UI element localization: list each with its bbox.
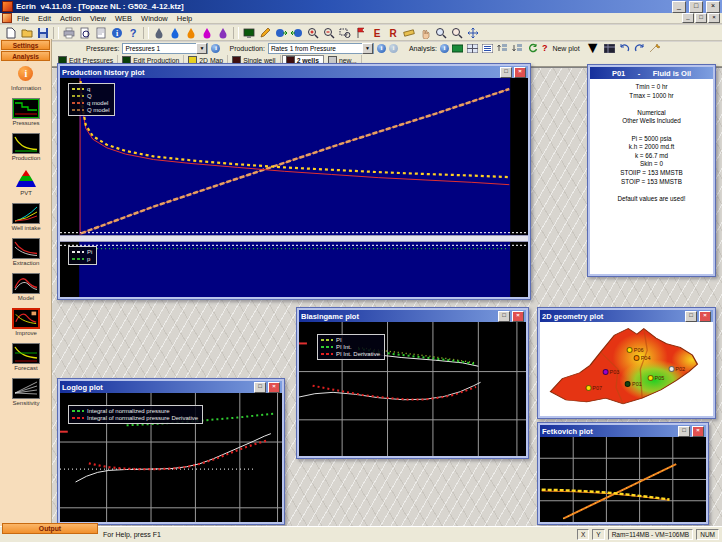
blasingame-maximize-button[interactable]: □ xyxy=(498,311,510,322)
menu-view[interactable]: View xyxy=(86,14,110,23)
sidebar-item-production[interactable]: Production xyxy=(12,133,41,161)
fetkovich-close-button[interactable]: × xyxy=(692,426,704,437)
close-button[interactable]: × xyxy=(706,1,720,13)
sidebar-item-sensitivity[interactable]: Sensitivity xyxy=(12,378,40,406)
zoom-window-icon[interactable] xyxy=(337,26,353,40)
analysis-green-icon[interactable] xyxy=(452,43,464,54)
production-pressure-pane[interactable]: Pip xyxy=(60,242,528,297)
geometry-plot-area[interactable]: P06P04P03P01P05P02P07 xyxy=(540,322,713,416)
menu-action[interactable]: Action xyxy=(56,14,85,23)
page-setup-icon[interactable] xyxy=(93,26,109,40)
print-preview-icon[interactable] xyxy=(77,26,93,40)
sidebar-tab-settings[interactable]: Settings xyxy=(1,40,50,50)
new-plot-button[interactable]: New plot xyxy=(550,45,581,52)
pane-separator[interactable] xyxy=(60,235,528,242)
geometry-maximize-button[interactable]: □ xyxy=(685,311,697,322)
print-icon[interactable] xyxy=(61,26,77,40)
pressures-info-icon[interactable]: i xyxy=(211,44,220,53)
fluid-droplet-blue-icon[interactable] xyxy=(167,26,183,40)
menu-edit[interactable]: Edit xyxy=(34,14,55,23)
tool-r-icon[interactable]: R xyxy=(385,26,401,40)
fluid-droplet-gray-icon[interactable] xyxy=(151,26,167,40)
production-info-disabled-icon: i xyxy=(389,44,398,53)
sidebar-item-model[interactable]: Model xyxy=(12,273,40,301)
sidebar-item-improve[interactable]: Improve xyxy=(12,308,40,336)
menu-window[interactable]: Window xyxy=(137,14,172,23)
improve-help-icon[interactable]: ? xyxy=(542,43,548,53)
fluid-droplet-orange-icon[interactable] xyxy=(183,26,199,40)
svg-text:R: R xyxy=(389,28,397,39)
maximize-button[interactable]: □ xyxy=(689,1,703,13)
loglog-close-button[interactable]: × xyxy=(268,382,280,393)
info-next-icon[interactable] xyxy=(273,26,289,40)
sidebar-item-well-intake[interactable]: Well intake xyxy=(11,203,40,231)
pressures-select-arrow[interactable]: ▼ xyxy=(196,43,207,54)
child-close-button[interactable]: × xyxy=(708,13,720,23)
production-info-icon[interactable]: i xyxy=(377,44,386,53)
edit-pen-icon[interactable] xyxy=(257,26,273,40)
fluid-droplet-purple-icon[interactable] xyxy=(215,26,231,40)
wizard-icon[interactable] xyxy=(648,43,660,54)
menu-web[interactable]: WEB xyxy=(111,14,136,23)
flag-icon[interactable] xyxy=(353,26,369,40)
legend-label: PI xyxy=(336,337,342,343)
fit-window-icon[interactable] xyxy=(465,26,481,40)
info-line: k = 66.7 md xyxy=(590,152,713,161)
help-icon[interactable]: ? xyxy=(125,26,141,40)
zoom-out-icon[interactable] xyxy=(321,26,337,40)
tool-e-icon[interactable]: E xyxy=(369,26,385,40)
zoom-in-icon[interactable] xyxy=(305,26,321,40)
magnifier-minus-icon[interactable] xyxy=(449,26,465,40)
production-select-arrow[interactable]: ▼ xyxy=(362,43,373,54)
fetkovich-maximize-button[interactable]: □ xyxy=(678,426,690,437)
refresh-icon[interactable] xyxy=(527,43,539,54)
fetkovich-plot-area[interactable] xyxy=(540,437,706,522)
display-settings-icon[interactable] xyxy=(241,26,257,40)
sidebar-tab-output[interactable]: Output xyxy=(2,523,98,534)
sidebar-item-extraction[interactable]: Extraction xyxy=(12,238,40,266)
geometry-close-button[interactable]: × xyxy=(699,311,711,322)
pressures-select[interactable]: Pressures 1 ▼ xyxy=(122,43,208,54)
sidebar-tab-analysis[interactable]: Analysis xyxy=(1,51,50,61)
sort-down-icon[interactable] xyxy=(512,43,524,54)
sidebar-item-pvt[interactable]: PVT xyxy=(12,168,40,196)
sidebar-item-pressures[interactable]: Pressures xyxy=(12,98,40,126)
child-minimize-button[interactable]: _ xyxy=(682,13,694,23)
ruler-icon[interactable] xyxy=(401,26,417,40)
production-rate-pane[interactable]: qQq modelQ model xyxy=(60,78,528,235)
well-label: P06 xyxy=(634,347,644,353)
properties-info-icon[interactable]: i xyxy=(109,26,125,40)
menu-help[interactable]: Help xyxy=(173,14,196,23)
child-restore-button[interactable]: □ xyxy=(695,13,707,23)
sort-up-icon[interactable] xyxy=(497,43,509,54)
analysis-info-icon[interactable]: i xyxy=(440,44,449,53)
loglog-plot-area[interactable]: Integral of normalized pressureIntegral … xyxy=(60,393,282,522)
fluid-droplet-magenta-icon[interactable] xyxy=(199,26,215,40)
blasingame-plot-area[interactable]: PIPI Int.PI Int. Derivative xyxy=(299,322,526,456)
info-prev-icon[interactable] xyxy=(289,26,305,40)
analysis-list-icon[interactable] xyxy=(482,43,494,54)
sidebar-item-forecast[interactable]: Forecast xyxy=(12,343,40,371)
menu-file[interactable]: File xyxy=(13,14,33,23)
plot-table-icon[interactable] xyxy=(603,43,615,54)
save-icon[interactable] xyxy=(35,26,51,40)
legend-marker xyxy=(72,251,84,253)
undo-icon[interactable] xyxy=(618,43,630,54)
loglog-maximize-button[interactable]: □ xyxy=(254,382,266,393)
redo-icon[interactable] xyxy=(633,43,645,54)
sidebar-item-information[interactable]: i Information xyxy=(11,63,41,91)
new-document-icon[interactable] xyxy=(3,26,19,40)
production-close-button[interactable]: × xyxy=(514,67,526,78)
magnifier-plus-icon[interactable] xyxy=(433,26,449,40)
analysis-grid-icon[interactable] xyxy=(467,43,479,54)
pan-hand-icon[interactable] xyxy=(417,26,433,40)
production-history-title-bar: Production history plot □ × xyxy=(60,66,528,78)
well-marker: P02 xyxy=(668,366,685,372)
production-select[interactable]: Rates 1 from Pressure ▼ xyxy=(268,43,374,54)
blasingame-close-button[interactable]: × xyxy=(512,311,524,322)
legend-label: Integral of normalized pressure xyxy=(87,408,170,414)
legend-label: Q xyxy=(87,93,92,99)
open-folder-icon[interactable] xyxy=(19,26,35,40)
minimize-button[interactable]: _ xyxy=(672,1,686,13)
production-maximize-button[interactable]: □ xyxy=(500,67,512,78)
